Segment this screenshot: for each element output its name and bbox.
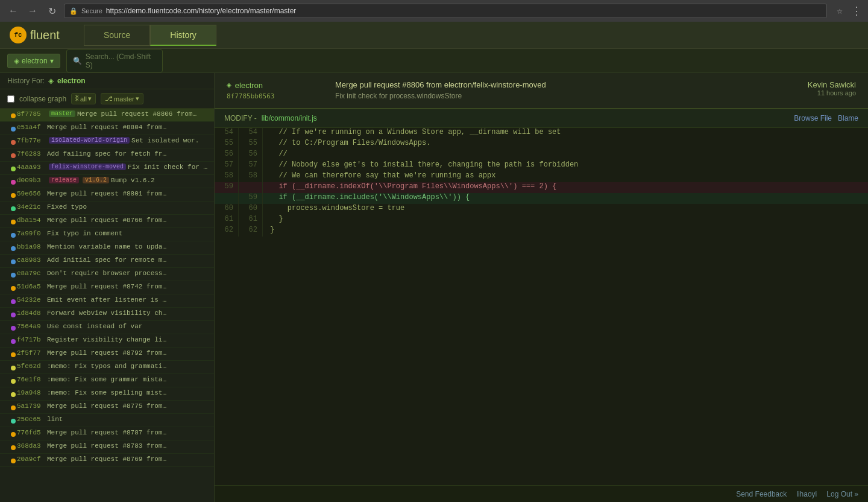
commit-item[interactable]: e8a79cDon't require browser process modu…	[0, 268, 214, 281]
commit-item[interactable]: 7fb77eisolated-world-originSet isolated …	[0, 135, 214, 148]
commit-item[interactable]: 776fd5Merge pull request #8787 from sera…	[0, 427, 214, 440]
line-num-new: 62	[239, 226, 263, 237]
commit-item[interactable]: 5fe62d:memo: Fix typos and grammatical e…	[0, 361, 214, 374]
url-text: https://demo.fluentcode.com/history/elec…	[106, 7, 296, 15]
logo-icon: fc	[10, 27, 27, 43]
diff-file-path[interactable]: lib/common/init.js	[262, 114, 317, 122]
commit-dot	[11, 259, 16, 264]
commit-item[interactable]: 8f7785masterMerge pull request #8806 fro…	[0, 109, 214, 122]
line-num-new: 59	[239, 193, 263, 204]
commit-item[interactable]: e51a4fMerge pull request #8804 from elec…	[0, 122, 214, 135]
commit-item[interactable]: dba154Merge pull request #8766 from elec…	[0, 215, 214, 228]
commit-list: 8f7785masterMerge pull request #8806 fro…	[0, 109, 214, 467]
commit-hash: 7f6283	[17, 150, 47, 157]
reload-button[interactable]: ↻	[45, 4, 59, 18]
commit-item[interactable]: 54232eEmit event after listener is regis…	[0, 294, 214, 308]
filter-all-label: all	[80, 95, 87, 103]
url-bar[interactable]: 🔒 Secure https://demo.fluentcode.com/his…	[64, 4, 827, 18]
commit-item[interactable]: 4aaa93felix-winstore-movedFix init check…	[0, 162, 214, 175]
commit-message: Add failing spec for fetch from isolate.	[47, 150, 168, 157]
commit-repo-name: electron	[235, 81, 263, 90]
line-content: // Nobody else get's to install there, c…	[263, 160, 868, 171]
user-button[interactable]: lihaoyi	[796, 490, 817, 498]
line-num-old: 56	[215, 150, 239, 160]
back-button[interactable]: ←	[6, 4, 20, 18]
commit-item[interactable]: ca8983Add initial spec for remote module…	[0, 255, 214, 268]
blame-button[interactable]: Blame	[838, 114, 858, 122]
line-content: process.windowsStore = true	[263, 204, 868, 215]
author-name: Kevin Sawicki	[808, 80, 856, 89]
commit-repo-icon: ◈	[227, 80, 231, 90]
line-num-new: 58	[239, 171, 263, 182]
commit-dot	[11, 299, 16, 304]
commit-item[interactable]: 76e1f8:memo: Fix some grammar mistakes	[0, 374, 214, 387]
commit-item[interactable]: 1d84d8Forward webview visibility change …	[0, 308, 214, 321]
tab-source[interactable]: Source	[84, 25, 150, 46]
commit-sha: 8f7785bb0563	[227, 92, 274, 100]
commit-message: Merge pull request #8804 from electron/i…	[47, 124, 168, 131]
commit-hash: 20a9cf	[17, 456, 47, 463]
filter-branch-dropdown[interactable]: ⎇ master ▾	[101, 93, 143, 104]
browse-file-button[interactable]: Browse File	[794, 114, 832, 122]
commit-item[interactable]: f4717bRegister visibility change listene…	[0, 334, 214, 348]
commit-message: Don't require browser process module fro…	[47, 270, 168, 277]
commit-dot	[11, 286, 16, 291]
commit-hash: 1d84d8	[17, 310, 47, 317]
line-num-new: 57	[239, 160, 263, 171]
commit-item[interactable]: 5a1739Merge pull request #8775 from elec…	[0, 401, 214, 414]
commit-message: Add initial spec for remote modules	[47, 256, 168, 264]
commit-item[interactable]: 34e21cFixed typo	[0, 202, 214, 215]
repo-selector[interactable]: ◈ electron ▾	[7, 54, 60, 68]
commit-dot	[11, 246, 16, 251]
commit-dot	[11, 445, 16, 450]
commit-dot	[11, 193, 16, 198]
commit-item[interactable]: 19a948:memo: Fix some spelling mistakes	[0, 387, 214, 401]
commit-item[interactable]: 7564a9Use const instead of var	[0, 321, 214, 334]
commit-item[interactable]: 59e656Merge pull request #8801 from tomf…	[0, 188, 214, 202]
commit-item[interactable]: 368da3Merge pull request #8783 from th.	[0, 440, 214, 454]
commit-hash: 7564a9	[17, 323, 47, 330]
line-content: //	[263, 150, 868, 160]
commit-item[interactable]: 20a9cfMerge pull request #8769 from jw	[0, 454, 214, 467]
menu-icon[interactable]: ⋮	[851, 4, 862, 17]
search-bar[interactable]: 🔍 Search... (Cmd-Shift S)	[66, 49, 163, 72]
commit-message: Bump v1.6.2	[111, 177, 155, 184]
tab-history[interactable]: History	[150, 25, 216, 46]
diff-line: 6161 }	[215, 215, 868, 226]
star-icon[interactable]: ☆	[837, 5, 843, 17]
branch-icon: ⎇	[105, 95, 113, 103]
commit-hash: 8f7785	[17, 110, 47, 118]
commit-hash: 250c65	[17, 416, 47, 423]
logout-button[interactable]: Log Out »	[826, 490, 858, 498]
line-num-new: 55	[239, 139, 263, 150]
commit-hash: dba154	[17, 217, 47, 224]
line-content: // If we're running on a Windows Store a…	[263, 128, 868, 139]
commit-item[interactable]: 2f5f77Merge pull request #8792 from Lass…	[0, 348, 214, 361]
commit-branch-tag: isolated-world-origin	[49, 137, 130, 144]
commit-hash: 5a1739	[17, 402, 47, 410]
branch-chevron-icon: ▾	[136, 95, 139, 103]
line-num-new: 61	[239, 215, 263, 226]
commit-item[interactable]: 250c65lint	[0, 414, 214, 427]
commit-item[interactable]: bb1a98Mention variable name to update	[0, 241, 214, 255]
history-filter-bar: collapse graph ⁑ all ▾ ⎇ master ▾	[0, 89, 214, 109]
commit-item[interactable]: d009b3releasev1.6.2Bump v1.6.2	[0, 175, 214, 188]
logo-text: fluent	[30, 28, 60, 42]
filter-all-dropdown[interactable]: ⁑ all ▾	[71, 93, 96, 104]
commit-item[interactable]: 7a99f0Fix typo in comment	[0, 228, 214, 241]
line-num-new	[239, 182, 263, 193]
diff-line: 5555 // to C:/Program Files/WindowsApps.	[215, 139, 868, 150]
forward-button[interactable]: →	[25, 4, 40, 18]
commit-item[interactable]: 51d6a5Merge pull request #8742 from elec…	[0, 281, 214, 294]
send-feedback-button[interactable]: Send Feedback	[736, 490, 787, 498]
collapse-checkbox[interactable]	[7, 95, 14, 103]
second-toolbar: ◈ electron ▾ 🔍 Search... (Cmd-Shift S)	[0, 49, 868, 73]
logo: fc fluent	[10, 27, 60, 43]
diff-line: 5757 // Nobody else get's to install the…	[215, 160, 868, 171]
commit-message: Merge pull request #8787 from seran.	[47, 429, 168, 436]
commit-message: Merge pull request #8792 from LasseJacob…	[47, 349, 168, 357]
commit-message: lint	[47, 416, 63, 423]
commit-dot	[11, 419, 16, 424]
commit-title: Merge pull request #8806 from electron/f…	[335, 80, 796, 89]
commit-item[interactable]: 7f6283Add failing spec for fetch from is…	[0, 148, 214, 162]
